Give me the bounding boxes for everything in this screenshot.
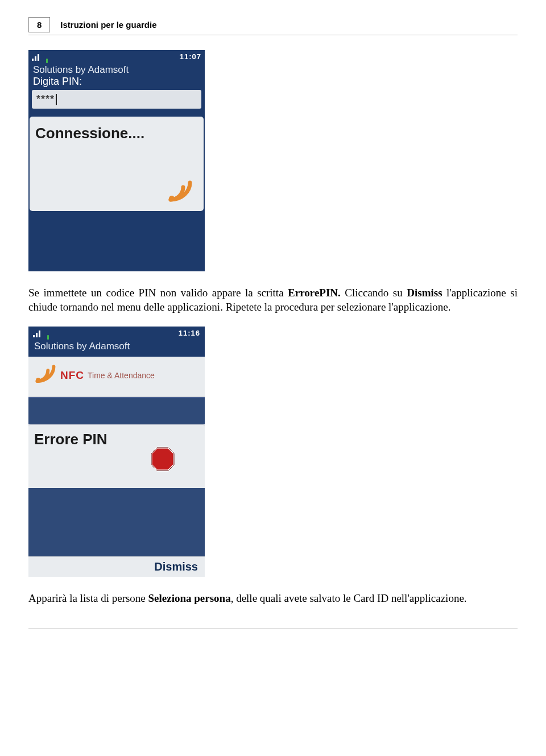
app-title-label: Solutions by Adamsoft bbox=[28, 340, 205, 357]
svg-rect-5 bbox=[36, 333, 38, 337]
p1-text-a: Se immettete un codice PIN non valido ap… bbox=[28, 287, 288, 299]
svg-point-7 bbox=[36, 378, 41, 383]
status-bar: 11:07 bbox=[28, 50, 205, 63]
status-bar: 11:16 bbox=[28, 327, 205, 340]
page-header: 8 Istruzioni per le guardie bbox=[28, 17, 518, 32]
nfc-subtitle: Time & Attendance bbox=[88, 371, 155, 380]
p1-bold-errorpin: ErrorePIN. bbox=[288, 287, 341, 299]
stop-sign-icon bbox=[149, 445, 176, 475]
pin-prompt-label: Digita PIN: bbox=[28, 76, 205, 90]
p2-bold-select: Seleziona persona bbox=[148, 592, 231, 604]
phone-screenshot-1: 11:07 Solutions by Adamsoft Digita PIN: … bbox=[28, 50, 205, 271]
pin-input-value: **** bbox=[36, 93, 55, 105]
nfc-brand-row: NFC Time & Attendance bbox=[28, 357, 205, 397]
svg-rect-1 bbox=[35, 56, 36, 61]
dismiss-button[interactable]: Dismiss bbox=[28, 556, 205, 577]
p1-bold-dismiss: Dismiss bbox=[407, 287, 442, 299]
svg-rect-6 bbox=[39, 331, 40, 337]
phone-screenshot-2: 11:16 Solutions by Adamsoft NFC Time & A… bbox=[28, 327, 205, 577]
svg-rect-2 bbox=[38, 54, 39, 61]
p1-text-c: Cliccando su bbox=[341, 287, 407, 299]
pin-input[interactable]: **** bbox=[32, 90, 201, 109]
signal-icon bbox=[32, 53, 42, 61]
page-title: Istruzioni per le guardie bbox=[60, 17, 156, 32]
connection-card: Connessione.... bbox=[30, 117, 204, 211]
nfc-brand-text: NFC bbox=[60, 369, 84, 382]
text-caret bbox=[56, 94, 57, 105]
clock-label: 11:16 bbox=[179, 329, 200, 337]
clock-label: 11:07 bbox=[180, 52, 201, 61]
svg-rect-4 bbox=[33, 335, 35, 337]
svg-rect-0 bbox=[32, 59, 34, 61]
p2-text-a: Apparirà la lista di persone bbox=[28, 592, 148, 604]
dismiss-label: Dismiss bbox=[154, 560, 198, 573]
page-number: 8 bbox=[37, 20, 42, 30]
page-number-box: 8 bbox=[28, 17, 50, 32]
footer-divider bbox=[28, 629, 518, 629]
paragraph-1: Se immettete un codice PIN non valido ap… bbox=[28, 286, 518, 314]
connection-label: Connessione.... bbox=[35, 125, 198, 142]
svg-marker-8 bbox=[151, 448, 174, 470]
error-card: Errore PIN bbox=[28, 424, 205, 488]
signal-icon bbox=[33, 329, 43, 337]
svg-point-3 bbox=[169, 196, 175, 201]
nfc-waves-icon bbox=[34, 365, 57, 386]
header-divider bbox=[28, 35, 518, 35]
app-title-label: Solutions by Adamsoft bbox=[28, 63, 205, 76]
paragraph-2: Apparirà la lista di persone Seleziona p… bbox=[28, 592, 518, 606]
nfc-waves-icon bbox=[167, 180, 193, 205]
p2-text-c: , delle quali avete salvato le Card ID n… bbox=[231, 592, 467, 604]
